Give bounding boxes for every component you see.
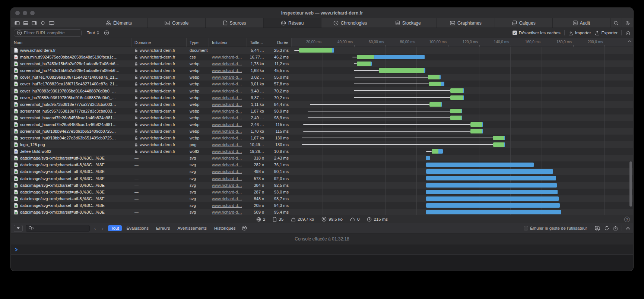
disable-caches-toggle[interactable]: ✓ Désactiver les caches [513,31,561,35]
disable-caches-checkbox[interactable]: ✓ [513,31,517,35]
table-row[interactable]: data:image/svg+xml;charset=utf-8,%3C…%3E… [11,189,633,195]
panel-right-icon[interactable] [32,21,37,25]
table-row[interactable]: screenshot_hu7453d15b6b2a929e1adaa8e7a06… [11,60,633,67]
table-row[interactable]: data:image/svg+xml;charset=utf-8,%3C…%3E… [11,168,633,175]
initiator-link[interactable]: www.richard-d… [212,62,242,66]
settings-button[interactable] [622,18,633,28]
tab-elements[interactable]: Éléments [90,18,147,28]
panel-bottom-icon[interactable] [23,21,28,25]
console-search-input[interactable] [26,225,90,232]
traffic-lights[interactable] [15,11,35,15]
tab-audit[interactable]: Audit [552,18,610,28]
console-scope-avertissements[interactable]: Avertissements [175,225,210,231]
target-icon[interactable] [40,21,45,25]
table-row[interactable]: main.min.d9924575ec0bba420589a48d5190fbc… [11,54,633,60]
table-row[interactable]: data:image/svg+xml;charset=utf-8,%3C…%3E… [11,195,633,202]
table-row[interactable]: cover_huf7e1708829ea18f6715e48271400e87a… [11,81,633,87]
initiator-link[interactable]: www.richard-d… [212,190,242,194]
console-scope-erreurs[interactable]: Erreurs [153,225,173,231]
initiator-link[interactable]: www.richard-d… [212,203,242,208]
table-row[interactable]: data:image/svg+xml;charset=utf-8,%3C…%3E… [11,182,633,189]
filter-options-button[interactable] [104,30,109,35]
tab-calques[interactable]: Calques [495,18,552,28]
table-row[interactable]: cover_hu70883c936197805bd916c4488876d0b0… [11,94,633,101]
initiator-link[interactable]: www.richard-d… [212,142,242,147]
initiator-link[interactable]: www.richard-d… [212,55,242,59]
initiator-link[interactable]: www.richard-d… [212,102,242,107]
column-header-domain[interactable]: Domaine [131,38,187,47]
emulate-user-gesture-toggle[interactable]: Émuler le geste de l'utilisateur [524,226,587,230]
table-row[interactable]: data:image/svg+xml;charset=utf-8,%3C…%3E… [11,155,633,161]
initiator-link[interactable]: www.richard-d… [212,176,242,181]
initiator-link[interactable]: www.richard-d… [212,156,242,160]
console-scope-historiques[interactable]: Historiques [211,225,239,231]
table-row[interactable]: screenshot_huaead7fe26a8458fcac1a46b824a… [11,114,633,121]
initiator-link[interactable]: www.richard-d… [212,196,242,201]
collapse-console-icon[interactable] [626,226,630,230]
initiator-link[interactable]: www.richard-d… [212,129,242,133]
initiator-link[interactable]: www.richard-d… [212,122,242,127]
panel-left-icon[interactable] [15,21,20,25]
table-row[interactable]: screenshot_hu7453d15b6b2a929e1adaa8e7a06… [11,67,633,74]
tab-sources[interactable]: Sources [205,18,263,28]
table-row[interactable]: screenshot_hu5c957353818e777ca27d3c3cba0… [11,108,633,114]
table-row[interactable]: screenshot_hu6f10bb94e27e3d63b651409cb07… [11,135,633,141]
tab-reseau[interactable]: Réseau [263,18,321,28]
search-button[interactable] [610,18,622,28]
initiator-link[interactable]: www.richard-d… [212,183,242,188]
url-filter-input[interactable]: Filtrer l'URL complète [14,29,82,37]
column-header-duration[interactable]: Durée [267,38,292,47]
table-row[interactable]: screenshot_hu5c957353818e777ca27d3c3cba0… [11,101,633,108]
table-row[interactable]: www.richard-dern.frwww.richard-dern.frdo… [11,47,633,54]
import-button[interactable]: Importer [568,31,591,35]
table-row[interactable]: data:image/svg+xml;charset=utf-8,%3C…%3E… [11,209,633,215]
tab-console[interactable]: Console [147,18,205,28]
tab-graphismes[interactable]: Graphismes [437,18,494,28]
next-result-button[interactable]: › [100,226,105,231]
initiator-link[interactable]: www.richard-d… [212,149,242,154]
minimize-window-button[interactable] [23,11,27,15]
table-row[interactable]: screenshot_huaead7fe26a8458fcac1a46b824a… [11,121,633,128]
initiator-link[interactable]: www.richard-d… [212,109,242,113]
table-row[interactable]: data:image/svg+xml;charset=utf-8,%3C…%3E… [11,202,633,209]
console-scope-tout[interactable]: Tout [108,225,122,231]
initiator-link[interactable]: www.richard-d… [212,75,242,79]
console-prompt[interactable] [11,245,633,255]
table-row[interactable]: Jellee-Bold.woff2www.richard-dern.frwoff… [11,148,633,155]
initiator-link[interactable]: www.richard-d… [212,116,242,120]
zoom-window-button[interactable] [30,11,35,15]
initiator-link[interactable]: www.richard-d… [212,163,242,167]
reload-icon[interactable] [604,226,609,231]
help-button[interactable]: ? [624,217,630,222]
table-row[interactable]: cover_hu70883c936197805bd916c4488876d0b0… [11,87,633,94]
js-context-icon[interactable] [595,226,600,231]
table-row[interactable]: data:image/svg+xml;charset=utf-8,%3C…%3E… [11,175,633,182]
table-row[interactable]: screenshot_hu6f10bb94e27e3d63b651409cb07… [11,128,633,135]
collapse-ruler-icon[interactable] [628,40,632,43]
tab-stockage[interactable]: Stockage [379,18,437,28]
clear-network-items-button[interactable] [625,31,630,35]
column-header-initiator[interactable]: Initiateur [209,38,247,47]
vertical-scrollbar-thumb[interactable] [629,161,632,207]
initiator-link[interactable]: www.richard-d… [212,89,242,93]
console-scope-evaluations[interactable]: Évaluations [123,225,151,231]
column-header-name[interactable]: Nom [11,38,131,47]
initiator-link[interactable]: www.richard-d… [212,95,242,100]
tab-chronologies[interactable]: Chronologies [321,18,379,28]
initiator-link[interactable]: www.richard-d… [212,210,242,214]
console-filter-button[interactable] [242,226,247,231]
export-button[interactable]: Exporter [595,31,618,35]
initiator-link[interactable]: www.richard-d… [212,169,242,174]
initiator-link[interactable]: www.richard-d… [212,68,242,73]
column-header-type[interactable]: Type [187,38,209,47]
table-row[interactable]: cover_huf7e1708829ea18f6715e48271400e87a… [11,74,633,81]
clear-console-button[interactable] [613,226,618,231]
console-mode-button[interactable] [14,225,23,232]
table-row[interactable]: data:image/svg+xml;charset=utf-8,%3C…%3E… [11,161,633,168]
emulate-user-gesture-checkbox[interactable] [524,226,528,230]
column-header-size[interactable]: Taille… [247,38,267,47]
display-icon[interactable] [49,21,54,25]
resource-type-select[interactable]: Tout [87,31,99,35]
table-row[interactable]: logo_125.pngwww.richard-dern.frpngwww.ri… [11,141,633,148]
close-window-button[interactable] [15,11,20,15]
